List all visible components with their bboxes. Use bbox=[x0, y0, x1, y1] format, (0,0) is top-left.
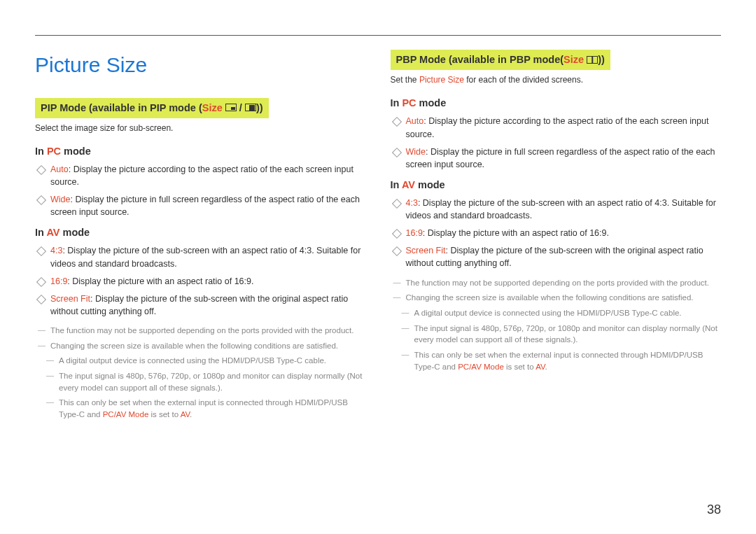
pip-note-1: The function may not be supported depend… bbox=[35, 325, 366, 337]
pbp-intro: Set the Picture Size for each of the div… bbox=[391, 74, 722, 86]
pbp-pc-list: Auto: Display the picture according to t… bbox=[391, 115, 722, 171]
pip-av-43: 4:3: Display the picture of the sub-scre… bbox=[35, 244, 366, 269]
content-columns: Picture Size PIP Mode (available in PIP … bbox=[35, 50, 721, 424]
pbp-note-3: A digital output device is connected usi… bbox=[391, 307, 722, 319]
top-rule bbox=[35, 35, 721, 36]
pbp-note-1: The function may not be supported depend… bbox=[391, 277, 722, 289]
pip-mode-heading: PIP Mode (available in PIP mode (Size / … bbox=[35, 98, 269, 118]
pip-note-3: A digital output device is connected usi… bbox=[35, 355, 366, 367]
pip-intro: Select the image size for sub-screen. bbox=[35, 122, 366, 134]
pbp-av-list: 4:3: Display the picture of the sub-scre… bbox=[391, 197, 722, 270]
pip-heading-post: )) bbox=[256, 102, 263, 113]
pip-heading-size: Size bbox=[202, 102, 223, 113]
pbp-note-5: This can only be set when the external i… bbox=[391, 349, 722, 372]
pbp-av-subhead: In AV mode bbox=[391, 178, 722, 192]
pbp-heading-pre: PBP Mode (available in PBP mode( bbox=[396, 54, 564, 65]
page-title: Picture Size bbox=[35, 50, 366, 80]
pbp-mode-heading: PBP Mode (available in PBP mode(Size )) bbox=[391, 50, 610, 70]
pbp-heading-post: )) bbox=[598, 54, 605, 65]
pip-note-2: Changing the screen size is available wh… bbox=[35, 340, 366, 352]
page-number: 38 bbox=[707, 500, 721, 519]
pip-pc-wide: Wide: Display the picture in full screen… bbox=[35, 193, 366, 218]
right-column: PBP Mode (available in PBP mode(Size )) … bbox=[391, 50, 722, 424]
pbp-av-169: 16:9: Display the picture with an aspect… bbox=[391, 227, 722, 239]
pbp-av-fit: Screen Fit: Display the picture of the s… bbox=[391, 244, 722, 269]
pip-size-small-icon bbox=[225, 104, 237, 111]
pip-av-list: 4:3: Display the picture of the sub-scre… bbox=[35, 244, 366, 318]
pbp-pc-auto: Auto: Display the picture according to t… bbox=[391, 115, 722, 140]
pip-av-subhead: In AV mode bbox=[35, 225, 366, 240]
pbp-pc-subhead: In PC mode bbox=[391, 96, 722, 111]
left-column: Picture Size PIP Mode (available in PIP … bbox=[35, 50, 366, 424]
pbp-av-43: 4:3: Display the picture of the sub-scre… bbox=[391, 197, 722, 222]
pbp-pc-wide: Wide: Display the picture in full screen… bbox=[391, 146, 722, 171]
pip-av-fit: Screen Fit: Display the picture of the s… bbox=[35, 293, 366, 318]
pip-note-5: This can only be set when the external i… bbox=[35, 397, 366, 420]
pbp-note-4: The input signal is 480p, 576p, 720p, or… bbox=[391, 323, 722, 346]
pip-note-4: The input signal is 480p, 576p, 720p, or… bbox=[35, 370, 366, 393]
pbp-split-icon bbox=[587, 56, 598, 64]
pip-pc-auto: Auto: Display the picture according to t… bbox=[35, 163, 366, 188]
pip-size-large-icon bbox=[245, 104, 256, 111]
pip-pc-list: Auto: Display the picture according to t… bbox=[35, 163, 366, 219]
pbp-heading-size: Size bbox=[564, 54, 584, 65]
pip-pc-subhead: In PC mode bbox=[35, 144, 366, 159]
pip-av-169: 16:9: Display the picture with an aspect… bbox=[35, 275, 366, 288]
pip-heading-pre: PIP Mode (available in PIP mode ( bbox=[41, 102, 202, 113]
pbp-note-2: Changing the screen size is available wh… bbox=[391, 292, 722, 304]
